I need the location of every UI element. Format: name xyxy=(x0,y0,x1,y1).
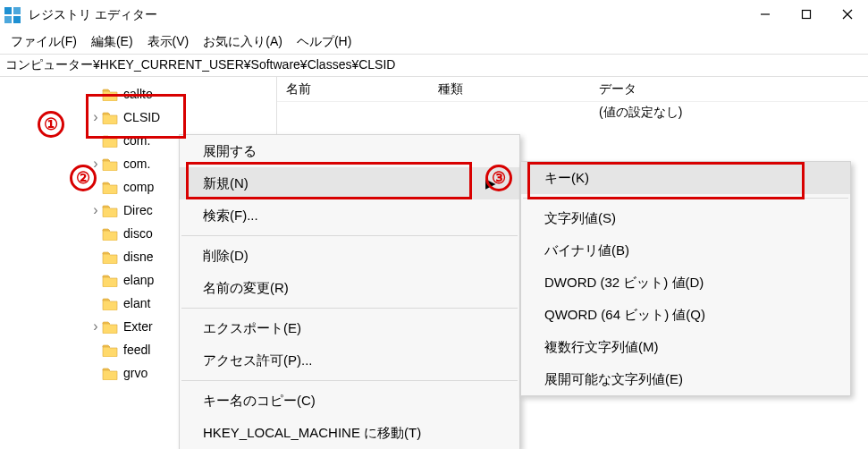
folder-icon xyxy=(102,297,118,310)
annotation-badge-2: ② xyxy=(70,165,97,191)
cell-data: (値の設定なし) xyxy=(590,105,868,121)
ctx-sep xyxy=(181,235,518,236)
folder-icon xyxy=(102,181,118,194)
regedit-icon xyxy=(4,6,21,24)
close-button[interactable] xyxy=(827,0,868,29)
folder-icon xyxy=(102,250,118,264)
tree-item-label: disne xyxy=(123,250,153,264)
ctx-new-expandstring[interactable]: 展開可能な文字列値(E) xyxy=(521,363,850,395)
ctx-sep xyxy=(523,198,848,199)
ctx-new[interactable]: 新規(N) ▶ xyxy=(180,167,519,199)
tree-item-label: CLSID xyxy=(123,110,160,124)
chevron-right-icon[interactable]: › xyxy=(89,202,102,218)
tree-item-label: elant xyxy=(123,296,150,310)
maximize-button[interactable] xyxy=(786,0,827,29)
ctx-permissions[interactable]: アクセス許可(P)... xyxy=(180,344,519,377)
tree-item-label: com. xyxy=(123,157,150,171)
ctx-expand[interactable]: 展開する xyxy=(180,135,519,167)
ctx-new-string[interactable]: 文字列値(S) xyxy=(521,202,850,234)
tree-item-label: Exter xyxy=(123,319,153,334)
folder-icon xyxy=(102,227,118,241)
tree-item-label: elanp xyxy=(123,273,154,287)
tree-item-label: grvo xyxy=(123,366,147,380)
col-type[interactable]: 種類 xyxy=(429,81,590,97)
ctx-find[interactable]: 検索(F)... xyxy=(180,199,519,232)
annotation-badge-3: ③ xyxy=(485,165,512,191)
ctx-sep xyxy=(181,380,518,381)
menu-favorites[interactable]: お気に入り(A) xyxy=(196,32,290,52)
menu-edit[interactable]: 編集(E) xyxy=(84,32,140,52)
window-controls xyxy=(745,0,868,29)
tree-item-label: disco xyxy=(123,226,153,241)
ctx-jump[interactable]: HKEY_LOCAL_MACHINE に移動(T) xyxy=(180,417,519,449)
ctx-new-qword[interactable]: QWORD (64 ビット) 値(Q) xyxy=(521,299,850,331)
svg-rect-5 xyxy=(803,11,811,19)
ctx-rename[interactable]: 名前の変更(R) xyxy=(180,272,519,304)
ctx-new-multistring[interactable]: 複数行文字列値(M) xyxy=(521,331,850,363)
col-name[interactable]: 名前 xyxy=(277,81,429,97)
folder-icon xyxy=(102,320,118,334)
ctx-sep xyxy=(181,308,518,309)
folder-icon xyxy=(102,204,118,217)
ctx-new-label: 新規(N) xyxy=(203,175,249,192)
ctx-new-binary[interactable]: バイナリ値(B) xyxy=(521,234,850,267)
menu-view[interactable]: 表示(V) xyxy=(140,32,197,52)
menu-help[interactable]: ヘルプ(H) xyxy=(290,32,358,52)
tree-item-label: comp xyxy=(123,180,154,194)
col-data[interactable]: データ xyxy=(590,81,868,97)
chevron-right-icon[interactable]: › xyxy=(89,109,102,125)
address-text: コンピューター¥HKEY_CURRENT_USER¥Software¥Class… xyxy=(5,57,395,73)
folder-icon xyxy=(102,274,118,287)
ctx-export[interactable]: エクスポート(E) xyxy=(180,312,519,344)
svg-rect-1 xyxy=(13,7,21,14)
svg-rect-0 xyxy=(4,7,12,14)
tree-item[interactable]: callto xyxy=(0,82,276,106)
ctx-copykey[interactable]: キー名のコピー(C) xyxy=(180,385,519,417)
svg-rect-3 xyxy=(13,16,21,23)
annotation-badge-1: ① xyxy=(38,111,64,138)
folder-icon xyxy=(102,367,118,380)
address-bar[interactable]: コンピューター¥HKEY_CURRENT_USER¥Software¥Class… xyxy=(0,54,868,77)
folder-icon xyxy=(102,157,118,171)
svg-rect-2 xyxy=(4,16,12,23)
tree-item-label: Direc xyxy=(123,203,153,217)
tree-item-label: feedl xyxy=(123,343,150,357)
folder-icon xyxy=(102,88,118,101)
context-menu-tree: 展開する 新規(N) ▶ 検索(F)... 削除(D) 名前の変更(R) エクス… xyxy=(179,134,520,449)
ctx-delete[interactable]: 削除(D) xyxy=(180,240,519,272)
minimize-button[interactable] xyxy=(745,0,786,29)
menubar: ファイル(F) 編集(E) 表示(V) お気に入り(A) ヘルプ(H) xyxy=(0,30,868,54)
folder-icon xyxy=(102,134,118,148)
list-row[interactable]: (値の設定なし) xyxy=(277,102,868,123)
tree-item-label: com. xyxy=(123,133,150,148)
ctx-new-key[interactable]: キー(K) xyxy=(521,162,850,194)
ctx-new-dword[interactable]: DWORD (32 ビット) 値(D) xyxy=(521,267,850,299)
chevron-right-icon[interactable]: › xyxy=(89,318,102,335)
context-menu-new: キー(K) 文字列値(S) バイナリ値(B) DWORD (32 ビット) 値(… xyxy=(520,161,851,396)
tree-item-label: callto xyxy=(123,87,153,101)
list-header: 名前 種類 データ xyxy=(277,77,868,102)
folder-icon xyxy=(102,111,118,124)
window-title: レジストリ エディター xyxy=(29,7,157,23)
titlebar: レジストリ エディター xyxy=(0,0,868,30)
folder-icon xyxy=(102,343,118,357)
menu-file[interactable]: ファイル(F) xyxy=(4,32,84,52)
